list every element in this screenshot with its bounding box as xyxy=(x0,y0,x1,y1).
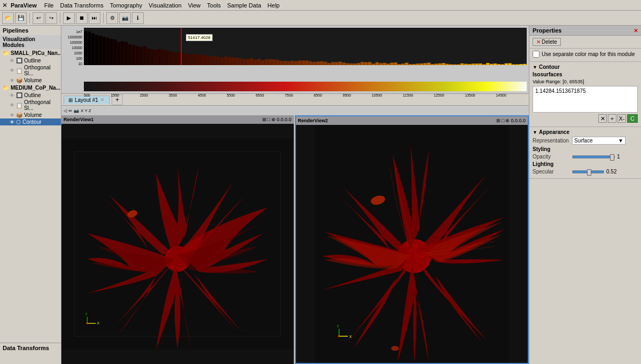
left-panel: Pipelines Visualization Modules 📁 SMALL_… xyxy=(0,26,61,364)
svg-point-6 xyxy=(87,322,88,324)
rv-toolbar-cam[interactable]: 📷 xyxy=(74,108,79,113)
data-transforms-section: Data Transforms xyxy=(0,343,61,364)
pipeline-volume1[interactable]: 👁 📦 Volume xyxy=(0,77,61,84)
opacity-slider[interactable] xyxy=(572,155,615,159)
toolbar-sep2 xyxy=(60,13,60,23)
contour-section: ▼ Contour Isosurfaces Value Range: [0, 6… xyxy=(529,62,641,127)
render-toolbar: ◁ ⇔ 📷 X Y Z xyxy=(61,106,529,115)
opacity-slider-thumb[interactable] xyxy=(610,154,614,161)
rv2-control-1[interactable]: ⊞ xyxy=(496,118,501,123)
rv1-control-2[interactable]: □ xyxy=(268,117,270,122)
pipelines-title: Pipelines xyxy=(0,26,61,35)
toolbar-sep3 xyxy=(103,13,104,23)
toolbar: 📂 💾 ↩ ↪ ▶ ⏹ ⏭ ⚙ 📷 ℹ xyxy=(0,11,641,26)
menu-help[interactable]: Help xyxy=(264,2,283,9)
render-view-1-title: RenderView1 xyxy=(64,117,93,122)
menu-visualization[interactable]: Visualization xyxy=(145,2,185,9)
pipeline-medium-cop[interactable]: 📁 MEDIUM_CoP_Na... xyxy=(0,84,61,92)
iso-copy-btn[interactable]: C xyxy=(627,114,638,123)
pipeline-contour-label: Contour xyxy=(22,119,42,125)
rv2-control-3[interactable]: ⊕ xyxy=(505,118,510,123)
render-view-1[interactable]: RenderView1 ⊞ □ ⊕ 0.0.0.0 xyxy=(61,115,295,364)
layout-tab-close[interactable]: ✕ xyxy=(100,97,105,102)
menu-sample-data[interactable]: Sample Data xyxy=(224,2,264,9)
eye-icon-volume2: 👁 xyxy=(10,113,14,118)
appearance-header[interactable]: ▼ Appearance xyxy=(533,129,638,135)
rv1-control-1[interactable]: ⊞ xyxy=(262,117,267,122)
module-icon-contour: ⬡ xyxy=(16,119,21,125)
menu-tomography[interactable]: Tomography xyxy=(107,2,146,9)
toolbar-play[interactable]: ▶ xyxy=(63,12,75,24)
toolbar-camera[interactable]: 📷 xyxy=(119,12,131,24)
module-icon-volume1: 📦 xyxy=(16,77,22,83)
lighting-label: Lighting xyxy=(533,161,638,167)
colorbar-xaxis: 5001500250035004500550065007500850095001… xyxy=(64,92,527,97)
svg-text:Y: Y xyxy=(85,312,88,316)
menu-data-transforms[interactable]: Data Transforms xyxy=(57,2,106,9)
menu-view[interactable]: View xyxy=(185,2,204,9)
representation-label: Representation xyxy=(533,138,570,144)
specular-row: Specular 0.52 xyxy=(533,169,638,175)
isosurface-item-1[interactable]: 1.14284.1513671875 xyxy=(534,88,636,94)
folder-icon-medium: 📁 xyxy=(3,85,9,91)
pipeline-small-ptcu[interactable]: 📁 SMALL_PtCu_Nan... xyxy=(0,49,61,57)
iso-delete-btn[interactable]: ✕ xyxy=(598,114,607,123)
toolbar-info[interactable]: ℹ xyxy=(132,12,144,24)
contour-header[interactable]: ▼ Contour xyxy=(533,64,638,70)
toolbar-settings[interactable]: ⚙ xyxy=(106,12,118,24)
delete-icon: ✕ xyxy=(536,39,541,45)
colormap-checkbox[interactable] xyxy=(533,51,540,58)
pipeline-outline2[interactable]: 👁 🔲 Outline xyxy=(0,92,61,99)
module-icon-ortho1: 📋 xyxy=(16,68,22,74)
specular-value: 0.52 xyxy=(606,169,616,175)
menu-file[interactable]: File xyxy=(41,2,57,9)
opacity-slider-container: 1 xyxy=(572,154,620,160)
pipeline-volume2[interactable]: 👁 📦 Volume xyxy=(0,112,61,118)
appearance-label: Appearance xyxy=(539,129,569,135)
pipeline-volume1-label: Volume xyxy=(24,77,42,83)
menu-tools[interactable]: Tools xyxy=(204,2,224,9)
contour-arrow: ▼ xyxy=(533,65,537,70)
toolbar-redo[interactable]: ↪ xyxy=(45,12,57,24)
delete-button[interactable]: ✕ Delete xyxy=(533,38,561,46)
specular-slider-thumb[interactable] xyxy=(587,169,591,176)
module-icon-outline2: 🔲 xyxy=(16,92,22,98)
opacity-value: 1 xyxy=(617,154,620,160)
yaxis-label-1e7: 1e7 xyxy=(76,30,82,34)
vis-modules-title: Visualization Modules xyxy=(0,35,61,49)
toolbar-step-fwd[interactable]: ⏭ xyxy=(89,12,100,24)
rv-toolbar-axes[interactable]: X Y Z xyxy=(81,108,91,113)
rv1-control-3[interactable]: ⊕ xyxy=(271,117,276,122)
module-icon-volume2: 📦 xyxy=(16,112,22,118)
rv2-control-2[interactable]: □ xyxy=(502,118,504,123)
main-layout: Pipelines Visualization Modules 📁 SMALL_… xyxy=(0,26,641,364)
yaxis-label-1k: 1000 xyxy=(74,51,82,55)
toolbar-open[interactable]: 📂 xyxy=(2,12,14,24)
rv-toolbar-left[interactable]: ◁ xyxy=(64,108,67,113)
specular-slider[interactable] xyxy=(572,170,604,173)
toolbar-undo[interactable]: ↩ xyxy=(33,12,44,24)
representation-dropdown[interactable]: Surface ▼ xyxy=(572,137,626,145)
pipeline-contour[interactable]: 👁 ⬡ Contour xyxy=(0,118,61,125)
pipeline-ortho2-label: Orthogonal Sl... xyxy=(24,99,58,111)
yaxis-label-100k: 100000 xyxy=(70,41,82,44)
specular-label: Specular xyxy=(533,169,570,175)
pipeline-ortho1[interactable]: 👁 📋 Orthogonal Sl... xyxy=(0,64,61,77)
appearance-section: ▼ Appearance Representation Surface ▼ St… xyxy=(529,127,641,179)
toolbar-save[interactable]: 💾 xyxy=(15,12,27,24)
rv-toolbar-arrows[interactable]: ⇔ xyxy=(68,108,72,113)
toolbar-stop[interactable]: ⏹ xyxy=(76,12,88,24)
folder-icon-small: 📁 xyxy=(3,50,9,56)
properties-close-button[interactable]: ✕ xyxy=(634,28,638,34)
svg-text:Y: Y xyxy=(337,324,339,329)
menubar: ✕ ParaView File Data Transforms Tomograp… xyxy=(0,0,641,11)
representation-value: Surface xyxy=(574,138,592,144)
colorbar-area: 1e7 1000000 100000 10000 1000 100 10 xyxy=(61,26,529,94)
opacity-row: Opacity 1 xyxy=(533,154,638,160)
pipeline-ortho2[interactable]: 👁 📋 Orthogonal Sl... xyxy=(0,99,61,112)
iso-up-btn[interactable]: X- xyxy=(617,114,626,123)
render-view-2[interactable]: RenderView2 ⊞ □ ⊕ 0.0.0.0 xyxy=(295,115,529,364)
pipelines-section: Pipelines Visualization Modules 📁 SMALL_… xyxy=(0,26,61,343)
pipeline-outline1[interactable]: 👁 🔲 Outline xyxy=(0,57,61,64)
iso-add-btn[interactable]: + xyxy=(608,114,616,123)
